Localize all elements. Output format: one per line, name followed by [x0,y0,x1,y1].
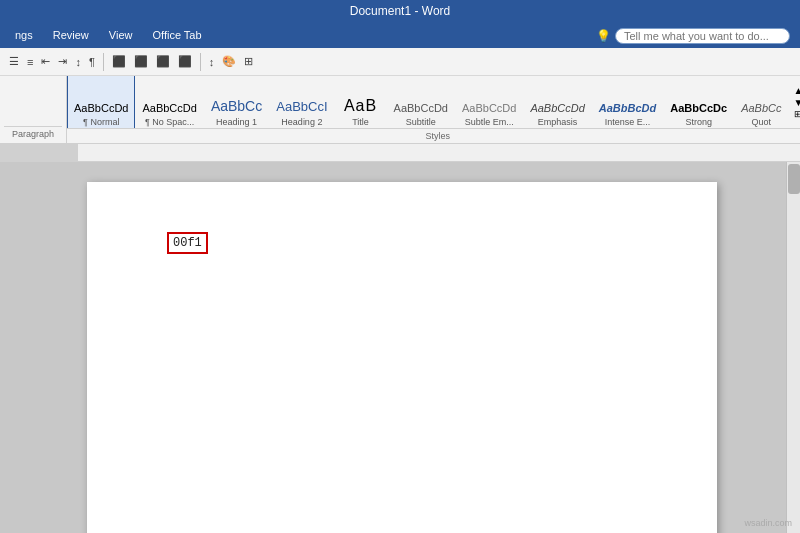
styles-scroll-down[interactable]: ▼ [792,97,800,109]
search-input[interactable] [615,28,790,44]
styles-more[interactable]: ⊞ [792,109,800,120]
watermark: wsadin.com [744,518,792,528]
ruler-content-area [78,144,800,161]
borders-button[interactable]: ⊞ [241,53,256,70]
ribbon-styles-area: Paragraph AaBbCcDd ¶ Normal AaBbCcDd ¶ N… [0,76,800,144]
style-subtitle[interactable]: AaBbCcDd Subtitle [387,76,455,128]
list-number-button[interactable]: ≡ [24,54,36,70]
ribbon-tabs: ngs Review View Office Tab 💡 [0,22,800,48]
search-lightbulb-icon: 💡 [596,29,611,43]
ribbon-combined: ☰ ≡ ⇤ ⇥ ↕ ¶ ⬛ ⬛ ⬛ ⬛ ↕ 🎨 ⊞ Paragraph AaBb… [0,48,800,144]
style-intense-emphasis[interactable]: AaBbBcDd Intense E... [592,76,663,128]
indent-increase-button[interactable]: ⇥ [55,53,70,70]
style-nospace-preview: AaBbCcDd [142,102,196,115]
styles-scroll-buttons: ▲ ▼ ⊞ [788,85,800,120]
title-bar: Document1 - Word [0,0,800,22]
styles-scroll-up[interactable]: ▲ [792,85,800,97]
left-margin-bar [0,162,18,533]
show-formatting-button[interactable]: ¶ [86,54,98,70]
styles-label: Styles [67,128,800,143]
style-normal[interactable]: AaBbCcDd ¶ Normal [67,76,135,128]
style-title[interactable]: AaB Title [335,76,387,128]
styles-group: AaBbCcDd ¶ Normal AaBbCcDd ¶ No Spac... … [67,76,800,143]
style-nospace-label: ¶ No Spac... [145,117,194,127]
style-title-label: Title [352,117,369,127]
style-h2-preview: AaBbCcI [276,99,327,115]
style-heading1[interactable]: AaBbCc Heading 1 [204,76,269,128]
align-center-button[interactable]: ⬛ [131,53,151,70]
tab-ngs[interactable]: ngs [5,22,43,48]
style-h1-label: Heading 1 [216,117,257,127]
style-quote[interactable]: AaBbCc Quot [734,76,788,128]
align-right-button[interactable]: ⬛ [153,53,173,70]
line-spacing-button[interactable]: ↕ [206,54,218,70]
style-heading2[interactable]: AaBbCcI Heading 2 [269,76,334,128]
vertical-scrollbar[interactable] [786,162,800,533]
paragraph-group: Paragraph [0,76,67,143]
document-page[interactable]: 00f1 [87,182,717,533]
paragraph-label: Paragraph [4,126,62,141]
align-justify-button[interactable]: ⬛ [175,53,195,70]
style-emphasis-preview: AaBbCcDd [530,102,584,115]
ruler [0,144,800,162]
sort-button[interactable]: ↕ [72,54,84,70]
style-quote-label: Quot [752,117,772,127]
shading-button[interactable]: 🎨 [219,53,239,70]
main-area: 00f1 [0,162,800,533]
tab-office-tab[interactable]: Office Tab [142,22,211,48]
document-text-area[interactable]: 00f1 [167,232,208,254]
style-strong-preview: AaBbCcDc [670,102,727,115]
style-intense-preview: AaBbBcDd [599,102,656,115]
scrollbar-thumb[interactable] [788,164,800,194]
list-bullet-button[interactable]: ☰ [6,53,22,70]
styles-row: AaBbCcDd ¶ Normal AaBbCcDd ¶ No Spac... … [67,76,800,128]
tab-review[interactable]: Review [43,22,99,48]
selected-text[interactable]: 00f1 [167,232,208,254]
style-subtle-emphasis[interactable]: AaBbCcDd Subtle Em... [455,76,523,128]
style-title-preview: AaB [344,96,377,115]
align-left-button[interactable]: ⬛ [109,53,129,70]
style-h2-label: Heading 2 [281,117,322,127]
toolbar-sep-2 [200,53,201,71]
style-no-space[interactable]: AaBbCcDd ¶ No Spac... [135,76,203,128]
paragraph-group-spacer [32,97,35,107]
scroll-area: 00f1 [18,162,786,533]
style-strong-label: Strong [685,117,712,127]
ruler-margin-left [0,144,78,161]
style-quote-preview: AaBbCc [741,102,781,115]
style-subtitle-preview: AaBbCcDd [394,102,448,115]
style-emphasis[interactable]: AaBbCcDd Emphasis [523,76,591,128]
style-strong[interactable]: AaBbCcDc Strong [663,76,734,128]
ribbon-search-area: 💡 [596,28,790,44]
style-subtitle-label: Subtitle [406,117,436,127]
toolbar-sep-1 [103,53,104,71]
style-normal-preview: AaBbCcDd [74,102,128,115]
ruler-background [0,144,800,161]
style-intense-label: Intense E... [605,117,651,127]
tab-view[interactable]: View [99,22,143,48]
style-h1-preview: AaBbCc [211,98,262,115]
title-text: Document1 - Word [350,4,450,18]
style-subtle-preview: AaBbCcDd [462,102,516,115]
style-normal-label: ¶ Normal [83,117,119,127]
indent-decrease-button[interactable]: ⇤ [38,53,53,70]
toolbar-row: ☰ ≡ ⇤ ⇥ ↕ ¶ ⬛ ⬛ ⬛ ⬛ ↕ 🎨 ⊞ [0,48,800,76]
style-subtle-label: Subtle Em... [465,117,514,127]
style-emphasis-label: Emphasis [538,117,578,127]
